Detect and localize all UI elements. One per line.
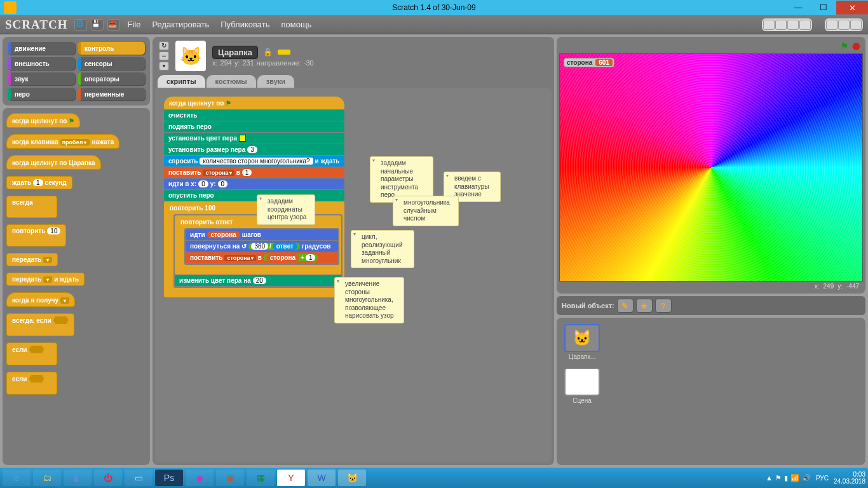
stage-list-item[interactable]: Сцена — [563, 368, 601, 404]
taskbar-ie-icon[interactable]: e — [3, 470, 31, 486]
palette-hat-key[interactable]: когда клавиша пробел нажата — [6, 134, 119, 149]
palette-broadcast[interactable]: передать — [6, 253, 58, 266]
cut-tool-icon[interactable] — [775, 20, 787, 30]
share-icon[interactable]: 📤 — [107, 19, 120, 30]
presentation-icon[interactable] — [850, 20, 862, 30]
taskbar-word-icon[interactable]: W — [308, 470, 336, 486]
stamp-tool-icon[interactable] — [763, 20, 775, 30]
system-tray[interactable]: ▲ ⚑ ▮ 📶 🔊 — [766, 474, 811, 482]
color-swatch[interactable] — [239, 135, 246, 142]
taskbar-app4-icon[interactable]: ◆ — [186, 470, 214, 486]
block-move[interactable]: идти сторона шагов — [186, 229, 338, 240]
tab-scripts[interactable]: скрипты — [158, 75, 205, 88]
palette-hat-flag[interactable]: когда щелкнут по ⚑ — [6, 113, 80, 128]
palette-wait[interactable]: ждать 1 секунд — [6, 176, 72, 189]
surprise-sprite-button[interactable]: ? — [655, 299, 672, 313]
save-icon[interactable]: 💾 — [91, 19, 104, 30]
sprite-name-field[interactable]: Царапка — [212, 46, 258, 59]
block-hat-flag[interactable]: когда щелкнут по ⚑ — [164, 97, 344, 109]
script-stack[interactable]: когда щелкнут по ⚑ очистить поднять перо… — [164, 97, 344, 298]
menu-share[interactable]: Публиковать — [217, 18, 273, 30]
cat-motion[interactable]: движение — [8, 42, 75, 55]
taskbar-app1-icon[interactable]: ◧ — [64, 470, 92, 486]
comment-4[interactable]: зададим координаты центра узора — [257, 194, 315, 225]
taskbar-ppt-icon[interactable]: ▣ — [216, 470, 244, 486]
close-button[interactable]: ✕ — [836, 1, 868, 15]
block-goto-xy[interactable]: идти в x: 0 y: 0 — [164, 179, 344, 189]
cat-control[interactable]: контроль — [78, 42, 145, 55]
scratch-logo: SCRATCH — [5, 18, 68, 32]
cat-variables[interactable]: переменные — [78, 88, 145, 100]
rotate-normal-icon[interactable]: ↻ — [159, 41, 169, 50]
green-flag-button[interactable]: ⚑ — [840, 41, 848, 52]
block-change-pen-color[interactable]: изменить цвет пера на 20 — [175, 275, 341, 286]
variable-monitor[interactable]: сторона 601 — [564, 58, 614, 67]
palette-if-2[interactable]: если — [6, 372, 57, 395]
language-icon[interactable]: 🌐 — [74, 19, 87, 30]
minimize-button[interactable]: — — [785, 1, 811, 13]
comment-3[interactable]: многоугольника случайным числом — [393, 196, 459, 226]
menu-edit[interactable]: Редактировать — [148, 18, 213, 30]
palette-forever-if[interactable]: всегда, если — [6, 313, 74, 336]
paint-new-sprite-button[interactable]: ✎ — [617, 299, 634, 313]
stage[interactable]: сторона 601 — [559, 53, 863, 281]
tray-flag-icon[interactable]: ⚑ — [775, 474, 782, 482]
tab-costumes[interactable]: костюмы — [207, 75, 256, 88]
rotate-none-icon[interactable]: • — [159, 62, 169, 71]
clock[interactable]: 0:03 24.03.2018 — [834, 471, 865, 485]
comment-6[interactable]: увеличение стороны многоугольника, позво… — [334, 277, 404, 323]
menubar: SCRATCH 🌐 💾 📤 File Редактировать Публико… — [0, 15, 868, 34]
taskbar-yandex-icon[interactable]: Y — [277, 470, 305, 486]
tray-up-icon[interactable]: ▲ — [766, 474, 773, 482]
palette-if[interactable]: если — [6, 342, 57, 365]
palette-broadcast-wait[interactable]: передать и ждать — [6, 273, 85, 286]
rotate-lr-icon[interactable]: ↔ — [159, 51, 169, 60]
tab-sounds[interactable]: звуки — [257, 75, 294, 88]
block-turn[interactable]: повернуться на ↺ 360/ответ градусов — [186, 241, 338, 252]
block-ask[interactable]: спросить количество сторон многоугольник… — [164, 156, 344, 166]
block-clear[interactable]: очистить — [164, 110, 344, 121]
cat-sound[interactable]: звук — [8, 72, 75, 85]
block-set-pen-size[interactable]: установить размер пера 3 — [164, 144, 344, 155]
block-set-pen-color[interactable]: установить цвет пера — [164, 133, 344, 144]
palette-forever[interactable]: всегда — [6, 196, 57, 218]
export-bar — [278, 50, 290, 55]
normal-stage-icon[interactable] — [838, 20, 850, 30]
cat-pen[interactable]: перо — [8, 88, 75, 100]
cat-operators[interactable]: операторы — [78, 72, 145, 85]
small-stage-icon[interactable] — [826, 20, 837, 30]
taskbar-app3-icon[interactable]: ▭ — [125, 470, 153, 486]
tray-volume-icon[interactable]: 🔊 — [802, 474, 811, 482]
cat-sensing[interactable]: сенсоры — [78, 57, 145, 70]
language-indicator[interactable]: РУС — [816, 475, 829, 482]
stop-button[interactable]: ⬣ — [852, 41, 860, 52]
block-set-var[interactable]: поставить сторона в 1 — [164, 167, 344, 178]
menu-help[interactable]: помощь — [277, 18, 315, 30]
block-set-var-2[interactable]: поставить сторона в сторона+1 — [186, 252, 338, 263]
taskbar-scratch-icon[interactable]: 🐱 — [338, 470, 366, 486]
tray-battery-icon[interactable]: ▮ — [784, 474, 788, 482]
tray-network-icon[interactable]: 📶 — [790, 474, 799, 482]
shrink-tool-icon[interactable] — [799, 20, 811, 30]
maximize-button[interactable]: ☐ — [811, 1, 836, 13]
palette-repeat[interactable]: повторить 10 — [6, 224, 66, 247]
block-pen-up[interactable]: поднять перо — [164, 121, 344, 132]
taskbar-ps-icon[interactable]: Ps — [155, 470, 183, 486]
grow-tool-icon[interactable] — [787, 20, 799, 30]
taskbar-excel-icon[interactable]: ▦ — [247, 470, 275, 486]
flag-icon: ⚑ — [226, 100, 231, 107]
cat-looks[interactable]: внешность — [8, 57, 75, 70]
block-repeat-outer[interactable]: повторить 100 повторить ответ идти сторо… — [164, 201, 344, 297]
sprite-thumbnail[interactable]: 🐱 — [175, 41, 206, 71]
comment-5[interactable]: цикл, реализующий заданный многоугльник — [351, 230, 414, 268]
block-pen-down[interactable]: опустить перо — [164, 190, 344, 201]
taskbar-explorer-icon[interactable]: 🗂 — [33, 470, 61, 486]
menu-file[interactable]: File — [124, 18, 145, 30]
sprite-list-item[interactable]: 🐱 Царапк... — [563, 324, 601, 360]
lock-icon[interactable]: 🔒 — [263, 48, 273, 57]
palette-receive[interactable]: когда я получу — [6, 292, 75, 307]
taskbar-app2-icon[interactable]: ⏻ — [94, 470, 122, 486]
script-area[interactable]: когда щелкнут по ⚑ очистить поднять перо… — [155, 88, 552, 463]
palette-hat-sprite[interactable]: когда щелкнут по Царапка — [6, 155, 101, 170]
choose-sprite-button[interactable]: ★ — [636, 299, 653, 313]
